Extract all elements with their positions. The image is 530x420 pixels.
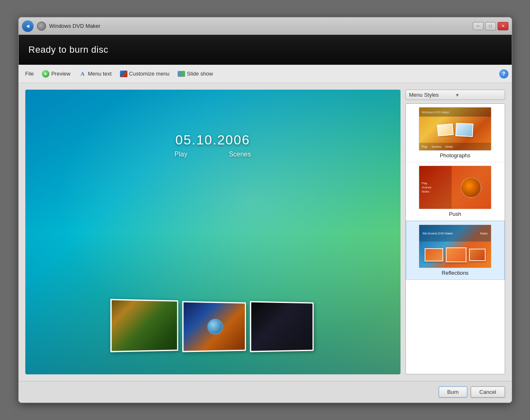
file-label: File bbox=[25, 71, 34, 77]
refl-photos-row bbox=[419, 242, 491, 268]
slide-show-label: Slide show bbox=[187, 71, 213, 77]
style-play-label: Play bbox=[422, 145, 427, 148]
thumbnail-2 bbox=[182, 301, 246, 352]
style-item-push[interactable]: Play Scenes Notes Push bbox=[406, 162, 505, 221]
style-thumb-header: Windows DVD Maker bbox=[419, 107, 491, 117]
window-controls: ─ □ ✕ bbox=[473, 22, 508, 30]
style-thumb-nav: Play Scenes Notes bbox=[419, 143, 491, 150]
thumb-wrapper-1 bbox=[111, 300, 179, 352]
bottom-bar: Burn Cancel bbox=[19, 381, 512, 403]
preview-button[interactable]: Preview bbox=[39, 68, 73, 79]
chevron-down-icon: ▼ bbox=[455, 93, 501, 98]
titlebar: Windows DVD Maker ─ □ ✕ bbox=[19, 17, 512, 35]
refl-notes-label: Notes bbox=[480, 232, 488, 235]
refl-photo-1 bbox=[425, 248, 443, 261]
maximize-button[interactable]: □ bbox=[485, 22, 496, 30]
preview-date: 05.10.2006 bbox=[175, 132, 250, 148]
preview-icon bbox=[42, 70, 49, 78]
preview-area: 05.10.2006 Play Scenes bbox=[25, 90, 401, 374]
push-label: Push bbox=[449, 211, 462, 217]
thumbnail-1 bbox=[110, 299, 178, 352]
mini-photo-1 bbox=[437, 123, 453, 136]
style-item-photographs[interactable]: Windows DVD Maker Play Scenes Notes bbox=[406, 104, 505, 162]
right-panel: Menu Styles ▼ Windows DVD Maker bbox=[405, 90, 505, 374]
push-play: Play bbox=[422, 182, 449, 185]
menu-text-icon: A bbox=[79, 70, 86, 78]
minimize-button[interactable]: ─ bbox=[473, 22, 484, 30]
close-button[interactable]: ✕ bbox=[498, 22, 508, 30]
photographs-label: Photographs bbox=[440, 152, 471, 159]
menu-text-label: Menu text bbox=[88, 71, 112, 77]
scenes-nav-label[interactable]: Scenes bbox=[229, 151, 251, 158]
refl-photo-2 bbox=[446, 247, 466, 262]
thumbnail-3 bbox=[250, 301, 314, 352]
thumb-wrapper-2 bbox=[183, 302, 247, 352]
app-icon bbox=[37, 22, 46, 31]
style-thumbnail-push: Play Scenes Notes bbox=[419, 166, 491, 209]
reflections-label: Reflections bbox=[442, 270, 468, 276]
back-button[interactable] bbox=[22, 20, 34, 32]
app-title: Windows DVD Maker bbox=[49, 23, 101, 29]
styles-dropdown-label: Menu Styles bbox=[409, 92, 455, 98]
cd-icon bbox=[207, 319, 223, 335]
preview-frame: 05.10.2006 Play Scenes bbox=[25, 90, 401, 374]
slide-show-button[interactable]: Slide show bbox=[174, 69, 216, 78]
refl-top-bar: Win Events DVD Maker Notes bbox=[419, 225, 491, 242]
push-thumb-inner: Play Scenes Notes bbox=[419, 166, 491, 209]
slideshow-icon bbox=[178, 71, 185, 77]
menu-text-button[interactable]: A Menu text bbox=[76, 68, 115, 79]
refl-thumb-inner: Win Events DVD Maker Notes bbox=[419, 225, 491, 268]
style-thumbnail-photographs: Windows DVD Maker Play Scenes Notes bbox=[419, 107, 491, 151]
preview-label: Preview bbox=[51, 71, 70, 77]
play-nav-label[interactable]: Play bbox=[174, 151, 187, 158]
refl-app-label: Win Events DVD Maker bbox=[423, 232, 453, 235]
file-menu[interactable]: File bbox=[22, 69, 37, 78]
push-left-panel: Play Scenes Notes bbox=[419, 166, 452, 209]
help-button[interactable]: ? bbox=[499, 69, 508, 78]
header-bar: Ready to burn disc bbox=[19, 35, 512, 65]
style-notes-label: Notes bbox=[445, 145, 453, 148]
refl-photo-3 bbox=[469, 249, 486, 261]
styles-list: Windows DVD Maker Play Scenes Notes bbox=[405, 103, 505, 374]
main-window: Windows DVD Maker ─ □ ✕ Ready to burn di… bbox=[18, 17, 512, 403]
style-item-reflections[interactable]: Win Events DVD Maker Notes Reflections bbox=[406, 221, 505, 280]
preview-thumbnails bbox=[111, 300, 315, 352]
preview-nav: Play Scenes bbox=[174, 151, 251, 158]
menu-styles-dropdown[interactable]: Menu Styles ▼ bbox=[405, 90, 505, 100]
style-thumb-photo-strip bbox=[419, 117, 491, 143]
cancel-button[interactable]: Cancel bbox=[471, 386, 505, 398]
style-thumb-inner-photographs: Windows DVD Maker Play Scenes Notes bbox=[419, 107, 491, 150]
mini-photo-2 bbox=[455, 122, 474, 137]
style-thumbnail-reflections: Win Events DVD Maker Notes bbox=[419, 225, 491, 268]
push-right-panel bbox=[452, 166, 491, 209]
content-area: 05.10.2006 Play Scenes bbox=[19, 83, 512, 381]
customize-menu-label: Customize menu bbox=[129, 71, 170, 77]
customize-icon bbox=[120, 71, 127, 77]
header-title: Ready to burn disc bbox=[29, 44, 108, 55]
thumb-wrapper-3 bbox=[250, 302, 315, 352]
push-notes: Notes bbox=[422, 190, 449, 193]
burn-button[interactable]: Burn bbox=[439, 386, 467, 398]
customize-menu-button[interactable]: Customize menu bbox=[117, 69, 173, 79]
push-flower bbox=[461, 177, 481, 198]
style-thumb-app-label: Windows DVD Maker bbox=[422, 111, 449, 114]
style-scenes-label: Scenes bbox=[432, 145, 441, 148]
titlebar-left: Windows DVD Maker bbox=[22, 20, 473, 32]
toolbar: File Preview A Menu text Customize menu … bbox=[19, 65, 512, 83]
push-scenes: Scenes bbox=[422, 186, 449, 189]
